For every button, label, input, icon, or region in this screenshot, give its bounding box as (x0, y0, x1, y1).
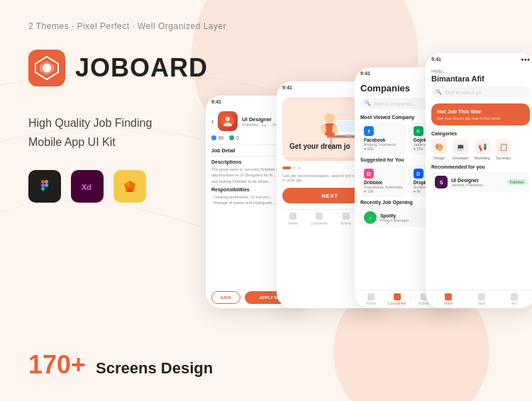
p4-battery: ●●● (521, 57, 530, 62)
p4-nav-act[interactable]: Act (511, 293, 518, 305)
svg-rect-7 (41, 187, 45, 191)
p3-search-icon: 🔍 (365, 101, 371, 106)
p4-chart-label: Stats (477, 301, 485, 305)
p2-hero-title: Get your dream jo (289, 142, 350, 151)
logo-icon (28, 50, 65, 86)
p2-time: 9:41 (282, 85, 292, 90)
p1-company: Dribbble · 1y... · Full (242, 123, 279, 127)
p3-time: 9:41 (360, 71, 370, 76)
p4-hot-job-card: Hot Job This Wee Get your dream job now … (431, 103, 530, 125)
p3-facebook-card: f Facebook Malang, Indonesia ● 60k (360, 123, 406, 154)
svg-text:Xd: Xd (82, 183, 92, 191)
svg-point-23 (325, 113, 335, 123)
p3-facebook-logo: f (364, 126, 374, 136)
tagline: High Quality Job Finding Mobile App UI K… (28, 113, 152, 152)
p3-companies-icon (394, 293, 401, 300)
p4-design-label: Design (433, 156, 445, 160)
phone-home: 9:41 ●●● Hello, Bimantara Afif 🔍 Start t… (426, 53, 532, 308)
p2-companies-icon (316, 213, 323, 220)
p2-home-icon (289, 213, 297, 220)
p3-gojek-logo: G (414, 126, 423, 136)
p2-activity-label: Activity (340, 221, 352, 225)
logo-area: JOBOARD (28, 50, 208, 86)
p2-home-label: Home (289, 221, 298, 225)
p4-job-title: UI Designer (451, 178, 504, 183)
p1-dot-2 (229, 135, 234, 140)
p1-save-btn[interactable]: SAVE (211, 291, 240, 304)
tool-icons: Xd (28, 170, 146, 203)
p4-secretary-icon: 📋 (496, 139, 511, 154)
screens-number: 170+ (28, 350, 86, 379)
p3-dribbble-logo: D (364, 169, 374, 179)
p4-job-badge: Fulltime (507, 179, 526, 185)
p1-stat-2: 0 (229, 135, 239, 140)
p4-home-label: Home (443, 301, 453, 305)
svg-rect-22 (345, 135, 351, 137)
p4-slack-logo: S (435, 176, 448, 188)
p4-cat-secretary[interactable]: 📋 Secretary (496, 139, 511, 160)
svg-point-8 (45, 183, 48, 187)
p4-cat-design[interactable]: 🎨 Design (431, 139, 447, 160)
p3-companies-label: Companies (388, 301, 406, 305)
tagline-line-2: Mobile App UI Kit (28, 132, 152, 152)
logo-text: JOBOARD (75, 53, 208, 83)
p3-company3-followers: ● 10k (364, 189, 402, 193)
p4-chart-icon (478, 293, 485, 300)
svg-rect-25 (321, 125, 326, 134)
p4-secretary-label: Secretary (496, 156, 511, 160)
p4-cat-marketing[interactable]: 📢 Marketing (475, 139, 490, 160)
p4-job-card: S UI Designer Jakarta, Indonesia Fulltim… (431, 172, 530, 192)
p1-stat-val-2: 0 (236, 135, 239, 140)
p2-dot-active (282, 166, 291, 169)
p3-company3-name: Dribbble (364, 180, 402, 185)
p4-search-icon: 🔍 (436, 89, 442, 95)
p3-nav-companies[interactable]: Companies (388, 293, 406, 305)
svg-rect-4 (41, 180, 45, 183)
figma-icon (28, 170, 61, 203)
p3-dropbox-logo: D (414, 169, 423, 179)
p4-nav-home[interactable]: Home (443, 293, 453, 305)
p4-search[interactable]: 🔍 Start to search yo (431, 86, 530, 98)
p2-activity-icon (343, 213, 350, 220)
p3-home-icon (367, 293, 375, 300)
p1-stat-1: 60 (211, 135, 223, 140)
page: 2 Themes · Pixel Perfect · Well Organize… (0, 0, 532, 401)
p3-company1-followers: ● 60k (364, 147, 402, 151)
p2-nav-activity[interactable]: Activity (340, 213, 352, 225)
svg-point-15 (226, 117, 230, 121)
p1-title-text: UI Designer (242, 116, 279, 123)
p2-nav-home[interactable]: Home (289, 213, 298, 225)
p4-name: Bimantara Afif (431, 74, 530, 83)
p4-act-icon (511, 293, 518, 300)
xd-icon: Xd (71, 170, 104, 203)
p4-cat-title: Categories (431, 131, 530, 136)
svg-rect-5 (45, 180, 48, 183)
phones-area: 9:41 ●●● ‹ UI Designer Dribbble (192, 39, 532, 379)
subtitle: 2 Themes · Pixel Perfect · Well Organize… (28, 21, 226, 31)
p4-developer-label: Developer (453, 156, 469, 160)
p4-cat-developer[interactable]: 💻 Developer (453, 139, 469, 160)
p4-recommended-title: Recommended for you (431, 164, 530, 169)
p3-spotify-logo: ♪ (364, 211, 377, 224)
p3-spotify-name: Spotify (380, 213, 409, 218)
p4-nav: Home Stats Act (426, 290, 532, 305)
tagline-line-1: High Quality Job Finding (28, 113, 152, 132)
p3-company1-name: Facebook (364, 137, 402, 142)
p4-nav-chart[interactable]: Stats (477, 293, 485, 305)
p3-dribbble-card: D Dribbble Yogyakarta, Indonesia ● 10k (360, 165, 406, 197)
p4-developer-icon: 💻 (453, 139, 468, 154)
p4-marketing-icon: 📢 (475, 139, 490, 154)
p4-home-icon (445, 293, 452, 300)
p3-search-placeholder: Start to companies... (374, 101, 416, 106)
svg-point-3 (43, 64, 51, 72)
p2-companies-label: Companies (310, 221, 328, 225)
p1-title: UI Designer Dribbble · 1y... · Full (242, 116, 279, 127)
p1-stat-val-1: 60 (218, 135, 223, 140)
p4-greeting: Hello, (431, 69, 530, 74)
p2-nav-companies[interactable]: Companies (310, 213, 328, 225)
p3-spotify-info: Spotify Project Manager (380, 213, 409, 222)
p4-job-info: UI Designer Jakarta, Indonesia (451, 178, 504, 187)
p1-time: 9:41 (211, 99, 221, 104)
p3-nav-home[interactable]: Home (367, 293, 376, 305)
p4-hot-sub: Get your dream job now in this week. (437, 116, 524, 120)
